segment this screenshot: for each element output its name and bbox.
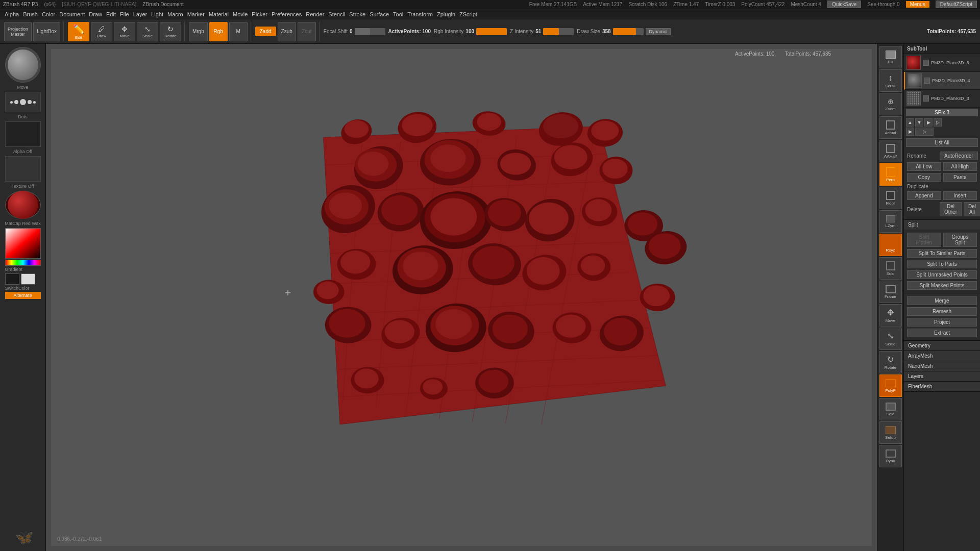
floor-button[interactable]: Floor: [879, 187, 902, 209]
alternate-button[interactable]: Alternate: [5, 292, 41, 299]
nanomesh-header[interactable]: NanoMesh: [904, 361, 980, 371]
aahalf-button[interactable]: AAHalf: [879, 140, 902, 162]
rotate-icon-button[interactable]: ↻ Rotate: [879, 351, 902, 373]
menu-preferences[interactable]: Preferences: [270, 11, 303, 17]
actual-button[interactable]: Actual: [879, 116, 902, 139]
menu-brush[interactable]: Brush: [21, 11, 39, 17]
menu-macro[interactable]: Macro: [166, 11, 185, 17]
arraymesh-header[interactable]: ArrayMesh: [904, 351, 980, 361]
quicksave-button[interactable]: QuickSave: [827, 1, 861, 8]
geometry-header[interactable]: Geometry: [904, 341, 980, 350]
menu-picker[interactable]: Picker: [250, 11, 269, 17]
menu-stroke[interactable]: Stroke: [348, 11, 367, 17]
menu-stencil[interactable]: Stencil: [327, 11, 347, 17]
split-header[interactable]: Split: [904, 220, 980, 230]
rotate-button[interactable]: ↻ Rotate: [160, 22, 181, 41]
all-low-button[interactable]: All Low: [907, 162, 941, 171]
subtool-item-2[interactable]: PM3D_Plane3D_4: [904, 72, 980, 90]
subtool-item-3[interactable]: PM3D_Plane3D_3: [904, 90, 980, 108]
defaultzscript-button[interactable]: DefaultZScript: [936, 1, 977, 8]
subtool-up-arrow[interactable]: ▲: [906, 118, 914, 127]
split-hidden-button[interactable]: Split Hidden: [907, 233, 941, 247]
texture-preview[interactable]: [5, 156, 41, 182]
insert-button[interactable]: Insert: [943, 191, 977, 200]
dots-preview[interactable]: [5, 92, 41, 112]
split-similar-button[interactable]: Split To Similar Parts: [907, 249, 977, 258]
subtool-right-arrow2[interactable]: ▷: [934, 118, 942, 127]
menu-transform[interactable]: Transform: [406, 11, 434, 17]
menu-material[interactable]: Material: [207, 11, 230, 17]
rgb-button[interactable]: Rgb: [209, 22, 228, 41]
persp-button[interactable]: Perp: [879, 163, 902, 186]
menu-draw[interactable]: Draw: [87, 11, 104, 17]
remesh-button[interactable]: Remesh: [907, 307, 977, 316]
zoom-button[interactable]: ⊕ Zoom: [879, 93, 902, 115]
menu-alpha[interactable]: Alpha: [3, 11, 20, 17]
zadd-button[interactable]: Zadd: [255, 27, 276, 36]
subtool-forward-arrow[interactable]: ▶: [906, 128, 914, 136]
split-unmasked-button[interactable]: Split Unmasked Points: [907, 270, 977, 279]
copy-button[interactable]: Copy: [907, 173, 941, 182]
subtool-reverse-arrow[interactable]: ▷: [915, 128, 934, 136]
scroll-button[interactable]: ↕ Scroll: [879, 69, 902, 92]
solo2-button[interactable]: Solo: [879, 398, 902, 420]
linefit-button[interactable]: PolyF: [879, 374, 902, 397]
all-high-button[interactable]: All High: [943, 162, 977, 171]
groups-split-button[interactable]: Groups Split: [943, 233, 977, 247]
edit-button[interactable]: ✏️ Edit: [68, 22, 89, 41]
menu-zscript[interactable]: ZScript: [458, 11, 479, 17]
merge-button[interactable]: Merge: [907, 296, 977, 305]
menu-tool[interactable]: Tool: [391, 11, 405, 17]
rxyz-button[interactable]: Rxyz: [879, 234, 902, 256]
projection-master-button[interactable]: Projection Master: [4, 22, 32, 41]
list-all-button[interactable]: List All: [906, 138, 978, 147]
menu-light[interactable]: Light: [150, 11, 165, 17]
menu-render[interactable]: Render: [304, 11, 326, 17]
lightbox-button[interactable]: LightBox: [33, 22, 60, 41]
mrgb-button[interactable]: Mrgb: [189, 22, 208, 41]
focal-shift-slider[interactable]: [355, 28, 385, 35]
menu-movie[interactable]: Movie: [231, 11, 249, 17]
dynamic-ico-button[interactable]: Dyna: [879, 445, 902, 467]
del-other-button[interactable]: Del Other: [940, 202, 962, 216]
menu-document[interactable]: Document: [58, 11, 86, 17]
subtool-right-arrow1[interactable]: ▶: [924, 118, 933, 127]
setup-button[interactable]: Setup: [879, 421, 902, 444]
project-button[interactable]: Project: [907, 318, 977, 327]
laym-button[interactable]: LZym: [879, 210, 902, 233]
dynamic-button[interactable]: Dynamic: [646, 28, 671, 35]
draw-button[interactable]: 🖊 Draw: [91, 22, 112, 41]
subtool-item-1[interactable]: PM3D_Plane3D_6: [904, 54, 980, 72]
menu-surface[interactable]: Surface: [368, 11, 390, 17]
color-hue-bar[interactable]: [5, 260, 41, 266]
m-button[interactable]: M: [229, 22, 248, 41]
move-button[interactable]: ✥ Move: [114, 22, 135, 41]
subtool-down-arrow[interactable]: ▼: [915, 118, 923, 127]
color-gradient-area[interactable]: [5, 228, 41, 259]
menu-zplugin[interactable]: Zplugin: [435, 11, 457, 17]
z-intensity-slider[interactable]: [543, 28, 574, 35]
solo-button[interactable]: Solo: [879, 257, 902, 280]
zsub-button[interactable]: Zsub: [278, 22, 296, 41]
fibermesh-header[interactable]: FiberMesh: [904, 382, 980, 391]
material-preview[interactable]: [5, 191, 41, 219]
rgb-intensity-slider[interactable]: [476, 28, 507, 35]
autoreorder-button[interactable]: AutoReorder: [940, 152, 978, 160]
brush-preview[interactable]: [5, 47, 41, 83]
menu-file[interactable]: File: [118, 11, 131, 17]
white-swatch[interactable]: [21, 273, 35, 285]
menus-button[interactable]: Menus: [906, 1, 929, 8]
menu-marker[interactable]: Marker: [186, 11, 206, 17]
split-to-button[interactable]: Split To Parts: [907, 260, 977, 268]
paste-button[interactable]: Paste: [943, 173, 977, 182]
scale-button[interactable]: ⤡ Scale: [137, 22, 158, 41]
append-button[interactable]: Append: [907, 191, 941, 200]
black-swatch[interactable]: [5, 273, 19, 285]
menu-layer[interactable]: Layer: [132, 11, 149, 17]
del-all-button[interactable]: Del All: [964, 202, 980, 216]
alpha-preview[interactable]: [5, 121, 41, 147]
canvas-area[interactable]: + 0.986,-0.272,-0.061 ActivePoints: 100 …: [46, 44, 877, 551]
layers-header[interactable]: Layers: [904, 371, 980, 381]
menu-color[interactable]: Color: [40, 11, 57, 17]
split-masked-button[interactable]: Split Masked Points: [907, 281, 977, 290]
